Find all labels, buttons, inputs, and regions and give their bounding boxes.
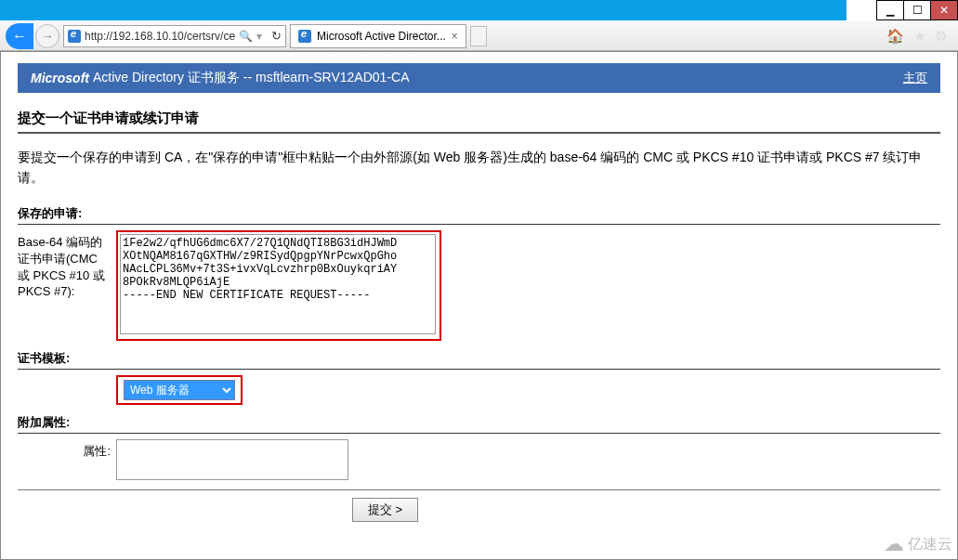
toolbar-right-icons: 🏠 ★ ⚙ <box>886 28 952 45</box>
refresh-icon[interactable]: ↻ <box>271 29 282 43</box>
home-icon[interactable]: 🏠 <box>886 28 904 45</box>
template-section-label: 证书模板: <box>18 350 940 370</box>
url-text: http://192.168.10.10/certsrv/ce <box>85 30 235 43</box>
cert-request-row: Base-64 编码的证书申请(CMC 或 PKCS #10 或 PKCS #7… <box>18 230 940 341</box>
tab-close-icon[interactable]: × <box>452 30 458 43</box>
tab-site-icon <box>298 30 311 43</box>
maximize-button[interactable] <box>903 0 931 20</box>
favorites-icon[interactable]: ★ <box>913 28 925 45</box>
minimize-button[interactable] <box>876 0 904 20</box>
template-highlight-box: Web 服务器 <box>116 375 243 405</box>
service-banner: Microsoft Active Directory 证书服务 -- msftl… <box>18 63 940 93</box>
close-button[interactable] <box>930 0 958 20</box>
attr-section-label: 附加属性: <box>18 414 940 434</box>
service-text: Active Directory 证书服务 -- msftlearn-SRV12… <box>93 70 409 86</box>
submit-row: 提交 > <box>18 489 940 522</box>
cert-field-label: Base-64 编码的证书申请(CMC 或 PKCS #10 或 PKCS #7… <box>18 230 111 298</box>
nav-buttons: ← → <box>6 23 59 49</box>
ie-site-icon <box>68 30 81 43</box>
attr-row: 属性: <box>18 439 940 480</box>
home-link[interactable]: 主页 <box>903 70 927 86</box>
attr-textarea[interactable] <box>116 439 348 480</box>
page-content: Microsoft Active Directory 证书服务 -- msftl… <box>1 52 957 559</box>
cert-request-textarea[interactable] <box>120 234 436 334</box>
search-icon[interactable]: 🔍 <box>239 30 253 43</box>
forward-button[interactable]: → <box>35 24 59 48</box>
cert-highlight-box <box>116 230 441 341</box>
page-frame: Microsoft Active Directory 证书服务 -- msftl… <box>0 51 958 560</box>
back-button[interactable]: ← <box>6 23 33 49</box>
settings-icon[interactable]: ⚙ <box>935 28 947 45</box>
browser-tab[interactable]: Microsoft Active Director... × <box>290 24 466 48</box>
brand-text: Microsoft <box>31 71 89 85</box>
template-select[interactable]: Web 服务器 <box>124 380 235 400</box>
window-controls <box>877 0 958 20</box>
template-row: Web 服务器 <box>18 375 940 405</box>
intro-text: 要提交一个保存的申请到 CA，在"保存的申请"框中粘贴一个由外部源(如 Web … <box>18 147 928 189</box>
template-spacer <box>18 375 111 379</box>
submit-button[interactable]: 提交 > <box>352 498 418 522</box>
page-scroll[interactable]: Microsoft Active Directory 证书服务 -- msftl… <box>1 52 957 559</box>
tab-title: Microsoft Active Director... <box>317 30 446 43</box>
addr-sep: ▾ <box>256 30 262 43</box>
new-tab-button[interactable] <box>470 26 487 46</box>
page-heading: 提交一个证书申请或续订申请 <box>18 110 940 134</box>
attr-label: 属性: <box>18 439 111 460</box>
browser-toolbar: ← → http://192.168.10.10/certsrv/ce 🔍 ▾ … <box>0 20 958 51</box>
address-bar[interactable]: http://192.168.10.10/certsrv/ce 🔍 ▾ ↻ <box>63 25 286 47</box>
saved-request-label: 保存的申请: <box>18 205 940 225</box>
window-accent-strip <box>0 0 846 20</box>
